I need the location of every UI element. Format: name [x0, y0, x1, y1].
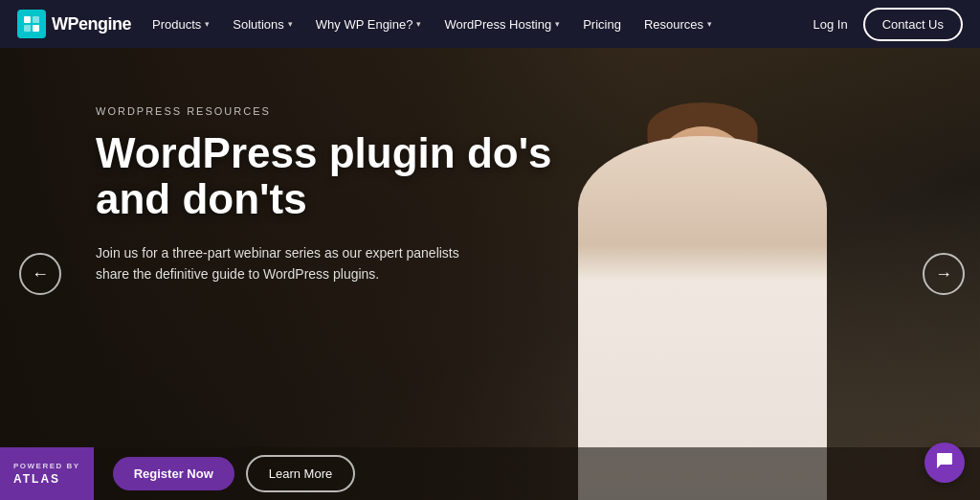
nav-links: Products ▾ Solutions ▾ Why WP Engine? ▾ …: [141, 0, 802, 48]
hero-subtitle: Join us for a three-part webinar series …: [96, 242, 479, 285]
svg-rect-1: [33, 16, 39, 23]
svg-rect-2: [24, 25, 31, 32]
hero-eyebrow: WORDPRESS RESOURCES: [96, 105, 593, 117]
nav-item-pricing[interactable]: Pricing: [571, 0, 633, 48]
navbar: WPengine Products ▾ Solutions ▾ Why WP E…: [0, 0, 980, 48]
chat-icon: [935, 451, 954, 475]
bottom-cta-area: Register Now Learn More: [94, 447, 980, 500]
bottom-bar: POWERED BY ATLAS Register Now Learn More: [0, 447, 980, 500]
nav-item-why[interactable]: Why WP Engine? ▾: [304, 0, 434, 48]
svg-rect-3: [33, 25, 39, 32]
login-link[interactable]: Log In: [802, 17, 859, 32]
nav-item-products[interactable]: Products ▾: [141, 0, 221, 48]
learn-more-button[interactable]: Learn More: [246, 455, 355, 492]
person-body: [578, 136, 827, 500]
chat-button[interactable]: [924, 443, 965, 483]
hero-content: WORDPRESS RESOURCES WordPress plugin do'…: [96, 105, 593, 285]
resources-chevron-icon: ▾: [707, 19, 712, 29]
next-slide-button[interactable]: →: [923, 253, 965, 295]
nav-right: Log In Contact Us: [802, 8, 963, 41]
atlas-label: ATLAS: [13, 472, 80, 486]
hero-section: WORDPRESS RESOURCES WordPress plugin do'…: [0, 48, 980, 500]
why-chevron-icon: ▾: [416, 19, 421, 29]
nav-item-resources[interactable]: Resources ▾: [633, 0, 724, 48]
nav-item-solutions[interactable]: Solutions ▾: [221, 0, 303, 48]
logo[interactable]: WPengine: [17, 10, 131, 38]
svg-rect-0: [24, 16, 31, 23]
products-chevron-icon: ▾: [205, 19, 210, 29]
atlas-badge: POWERED BY ATLAS: [0, 447, 94, 500]
contact-button[interactable]: Contact Us: [863, 8, 963, 41]
prev-slide-button[interactable]: ←: [19, 253, 61, 295]
logo-text: WPengine: [52, 14, 131, 34]
nav-item-hosting[interactable]: WordPress Hosting ▾: [433, 0, 571, 48]
register-button[interactable]: Register Now: [113, 457, 234, 490]
powered-by-label: POWERED BY: [13, 462, 80, 470]
logo-icon: [17, 10, 46, 38]
solutions-chevron-icon: ▾: [288, 19, 293, 29]
hosting-chevron-icon: ▾: [555, 19, 560, 29]
hero-title: WordPress plugin do's and don'ts: [96, 130, 593, 223]
